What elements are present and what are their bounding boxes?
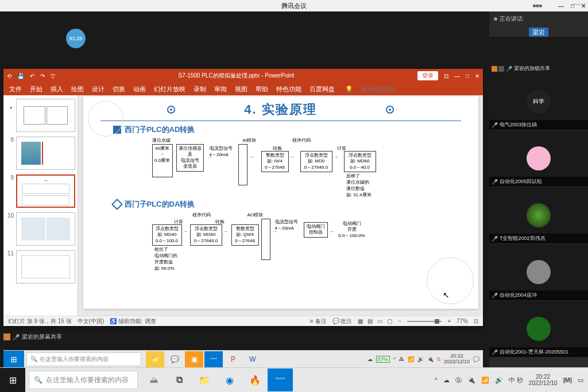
- tab-insert[interactable]: 插入: [51, 85, 63, 94]
- inner-tray-ime[interactable]: S: [437, 356, 440, 362]
- outer-tray-ime[interactable]: 中 秒: [509, 376, 523, 385]
- outer-app-explorer[interactable]: 📁: [192, 368, 217, 391]
- outer-app-edge[interactable]: ◉: [217, 368, 242, 391]
- save-icon[interactable]: 💾: [17, 73, 24, 79]
- minimize-icon[interactable]: —: [558, 3, 564, 9]
- inner-app-powerpoint[interactable]: P: [224, 351, 242, 367]
- inner-tray-net[interactable]: 🖧: [399, 356, 404, 362]
- tab-file[interactable]: 文件: [9, 85, 22, 94]
- battery-icon: ■■■: [533, 3, 542, 9]
- doc-title: S7-1500 PLC的模拟量处理.pptx - PowerPoint: [55, 72, 417, 80]
- tab-draw[interactable]: 绘图: [71, 85, 84, 94]
- powerpoint-window: ⟲ 💾 ↶ ↷ ▽ S7-1500 PLC的模拟量处理.pptx - Power…: [3, 69, 483, 326]
- thumb-10[interactable]: [16, 212, 75, 246]
- inner-tray-power[interactable]: 🔌: [427, 356, 434, 362]
- tab-transition[interactable]: 切换: [113, 85, 125, 94]
- tab-home[interactable]: 开始: [30, 85, 42, 94]
- participant-1[interactable]: 科学🎤电气2003徐位娟: [489, 73, 588, 130]
- participant-4[interactable]: 🎤自动化2004唐冲: [489, 244, 588, 300]
- ribbon-display-icon[interactable]: ⊡: [444, 73, 448, 79]
- comments-button[interactable]: 💬 批注: [332, 317, 353, 325]
- search-icon: 🔍: [30, 356, 37, 362]
- zoom-in[interactable]: +: [447, 318, 451, 324]
- inner-tray-up[interactable]: ^: [393, 356, 396, 362]
- outer-tray-power[interactable]: 🔌: [467, 377, 475, 384]
- inner-app-word[interactable]: W: [243, 351, 262, 367]
- slideshow-view-icon[interactable]: ▢: [387, 318, 392, 324]
- ppt-maximize-icon[interactable]: □: [466, 73, 469, 79]
- participants-panel: 正在讲话: 〰〰 梁岩 🎤梁岩的加锁共享 科学🎤电气2003徐位娟 🎤自动化20…: [489, 11, 588, 367]
- tab-baidu[interactable]: 百度网盘: [310, 85, 335, 94]
- zoom-level[interactable]: 77%: [457, 318, 468, 324]
- tab-record[interactable]: 录制: [194, 85, 206, 94]
- thumb-9[interactable]: ━━━: [16, 174, 75, 208]
- tab-slideshow[interactable]: 幻灯片放映: [154, 85, 185, 94]
- inner-tray-wifi[interactable]: 📶: [408, 356, 414, 362]
- slide-thumbnails[interactable]: ★ 8 9━━━ 10 11: [3, 95, 78, 316]
- inner-app-vm[interactable]: ▣: [185, 351, 203, 367]
- outer-notifications-icon[interactable]: ▭: [578, 377, 583, 384]
- undo-icon[interactable]: ↶: [30, 73, 34, 79]
- ppt-close-icon[interactable]: ✕: [475, 73, 479, 79]
- ppt-minimize-icon[interactable]: —: [454, 73, 460, 79]
- normal-view-icon[interactable]: ▦: [358, 318, 363, 324]
- thumb-11[interactable]: [16, 250, 75, 284]
- participant-3[interactable]: 🎤T业智能2002郑伟杰: [489, 187, 588, 243]
- thumb-8[interactable]: [16, 137, 75, 170]
- zoom-out[interactable]: −: [398, 318, 401, 324]
- inner-app-explorer[interactable]: 📁: [146, 351, 164, 367]
- inner-clock[interactable]: 20:22 2022/12/10: [444, 354, 470, 365]
- outer-search-box[interactable]: 🔍 在这里输入你要搜索的内容: [29, 371, 138, 389]
- tab-animation[interactable]: 动画: [133, 85, 146, 94]
- login-button[interactable]: 登录: [417, 71, 438, 80]
- tab-view[interactable]: 视图: [235, 85, 247, 94]
- inner-tray-battery[interactable]: 57%: [376, 356, 390, 363]
- inner-app-tencent[interactable]: 〰: [204, 351, 223, 367]
- inner-tray-vol[interactable]: 🔊: [417, 356, 424, 362]
- meeting-titlebar: 腾讯会议 ■■■ — □ ✕: [0, 0, 588, 11]
- tab-design[interactable]: 设计: [92, 85, 105, 94]
- outer-tray-bt[interactable]: ⓑ: [455, 376, 462, 385]
- outer-tray-up[interactable]: ^: [434, 377, 437, 383]
- autosave-icon[interactable]: ⟲: [7, 73, 11, 79]
- timer-badge: 91:28: [66, 29, 86, 48]
- fit-icon[interactable]: ⊡: [474, 318, 478, 324]
- accessibility-label[interactable]: ♿ 辅助功能: 调查: [110, 317, 156, 325]
- outer-app-taskview[interactable]: ⧉: [167, 368, 192, 391]
- lang-label[interactable]: 中文(中国): [78, 317, 105, 325]
- outer-start-button[interactable]: ⊞: [0, 368, 25, 393]
- presenter-card[interactable]: 🎤梁岩的加锁共享: [489, 37, 588, 73]
- thumb-top[interactable]: [16, 99, 75, 132]
- slideshow-icon[interactable]: ▽: [51, 73, 55, 79]
- reading-view-icon[interactable]: ▭: [377, 318, 382, 324]
- tab-review[interactable]: 审阅: [214, 85, 227, 94]
- sorter-view-icon[interactable]: ▤: [368, 318, 373, 324]
- shared-screen-area: 91:28 ⟲ 💾 ↶ ↷ ▽ S7-1500 PLC的模拟量处理.pptx -…: [0, 11, 489, 367]
- outer-tray-net[interactable]: 📶: [481, 377, 489, 384]
- participant-5[interactable]: 🎤自动化2001-曹天林-20205501: [489, 301, 588, 357]
- outer-tray-m[interactable]: |M|: [563, 377, 572, 383]
- inner-tray-cloud[interactable]: ☁: [368, 356, 373, 362]
- inner-app-wechat[interactable]: 💬: [165, 351, 184, 367]
- notes-button[interactable]: ≡ 备注: [310, 317, 327, 325]
- outer-tray-onedrive[interactable]: ☁: [443, 377, 450, 384]
- tab-help[interactable]: 帮助: [256, 85, 268, 94]
- zoom-slider[interactable]: [407, 321, 442, 322]
- outer-tray-vol[interactable]: 🔊: [495, 377, 503, 384]
- outer-app-tencent-meeting[interactable]: 〰: [268, 368, 293, 391]
- inner-notifications-icon[interactable]: 💬: [473, 356, 479, 362]
- diagram-da: 程序代码 计算 浮点数类型 如: MD40 0.0～100.0 → 浮点数类型 …: [152, 212, 478, 276]
- section-2-header: 西门子PLC的DA转换: [113, 199, 478, 209]
- speaking-indicator: 正在讲话: 〰〰: [489, 11, 588, 26]
- redo-icon[interactable]: ↷: [40, 73, 45, 79]
- participant-2[interactable]: 🎤自动化2005田以轮: [489, 130, 588, 187]
- inner-search-box[interactable]: 🔍 在这里输入你要搜索的内容: [26, 352, 141, 366]
- diagram-ad: 液位水罐 40厘米 ~ 0.0厘米 液位传感器 及 电流信号 变送器 电流型信号…: [152, 137, 478, 197]
- inner-start-button[interactable]: ⊞: [3, 351, 24, 368]
- outer-app-1[interactable]: ⛰: [141, 368, 167, 391]
- tell-me-input[interactable]: [361, 86, 407, 92]
- outer-app-firefox[interactable]: 🔥: [242, 368, 268, 391]
- tab-features[interactable]: 特色功能: [276, 85, 301, 94]
- outer-clock[interactable]: 20:22 2022/12/10: [529, 374, 558, 387]
- layout-icons[interactable]: 〰〰: [572, 1, 586, 9]
